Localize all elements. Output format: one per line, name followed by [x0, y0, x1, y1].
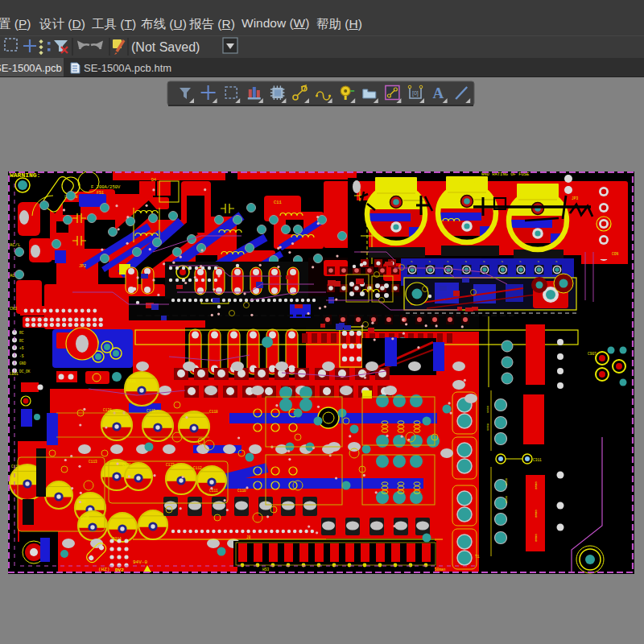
svg-text:C110: C110 [237, 489, 246, 493]
svg-text:C118: C118 [209, 410, 218, 414]
svg-text:CN3: CN3 [10, 307, 17, 312]
svg-text:RC: RC [19, 331, 24, 335]
svg-text:0R50: 0R50 [535, 481, 538, 489]
svg-text:SG08: SG08 [486, 405, 489, 413]
svg-text:JP2: JP2 [79, 264, 86, 269]
svg-text:0R50: 0R50 [535, 534, 538, 542]
svg-text:S0man: S0man [435, 568, 446, 572]
svg-text:SG06: SG06 [505, 495, 508, 503]
svg-text:C120: C120 [77, 500, 86, 504]
svg-text:C907: C907 [588, 352, 597, 356]
svg-text:J8: J8 [246, 535, 251, 539]
svg-text:94V-0: 94V-0 [133, 559, 147, 565]
svg-text:C126: C126 [122, 463, 131, 467]
svg-text:D4: D4 [151, 178, 156, 183]
svg-text:JP3: JP3 [572, 196, 578, 200]
svg-text:SG09: SG09 [486, 423, 489, 431]
svg-text:C124: C124 [103, 408, 112, 412]
svg-text:AC/L: AC/L [10, 242, 20, 248]
svg-text:GND: GND [19, 361, 26, 365]
svg-text:C111: C111 [209, 489, 218, 493]
svg-text:C115: C115 [80, 516, 89, 520]
svg-text:RC: RC [19, 339, 24, 343]
svg-text:HS3: HS3 [262, 568, 269, 572]
svg-text:C112: C112 [193, 466, 202, 470]
svg-text:FS1: FS1 [97, 191, 104, 196]
svg-text:DC_OK: DC_OK [19, 369, 31, 374]
svg-text:[0]: [0] [412, 90, 419, 97]
svg-text:C11: C11 [274, 200, 283, 205]
svg-text:-S: -S [19, 354, 24, 358]
svg-text:T1: T1 [475, 555, 480, 559]
svg-text:CON: CON [612, 252, 618, 256]
svg-text:0R50: 0R50 [535, 510, 538, 518]
svg-text:A: A [433, 85, 444, 101]
svg-text:C311: C311 [533, 458, 542, 462]
svg-text:(Not Saved): (Not Saved) [131, 40, 200, 54]
svg-text:C113: C113 [89, 460, 97, 464]
svg-text:F 200A/250V: F 200A/250V [91, 184, 121, 190]
svg-text:C123: C123 [166, 463, 175, 467]
svg-text:C121: C121 [127, 379, 136, 383]
svg-text:C116: C116 [11, 464, 20, 469]
svg-text:SG05: SG05 [505, 477, 508, 485]
svg-text:+S: +S [19, 346, 24, 350]
svg-text:C119: C119 [147, 409, 155, 413]
